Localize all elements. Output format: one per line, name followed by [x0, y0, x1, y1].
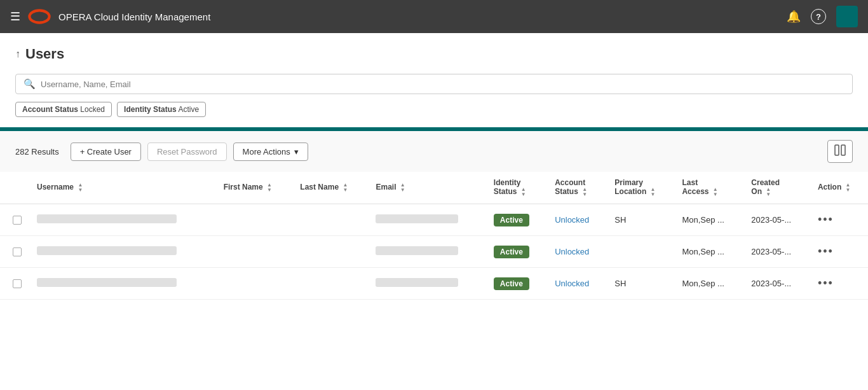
cell-first-name — [216, 204, 293, 236]
page-title: Users — [25, 46, 64, 62]
header-checkbox-cell — [0, 172, 29, 204]
cell-account-status: Unlocked — [547, 204, 607, 236]
cell-first-name — [216, 268, 293, 300]
account-status-value: Unlocked — [555, 279, 589, 288]
sort-last-access-icon: ▲▼ — [713, 187, 718, 197]
svg-rect-2 — [841, 145, 845, 155]
notification-icon[interactable]: 🔔 — [787, 10, 801, 24]
row-checkbox-cell — [0, 204, 29, 236]
identity-status-badge: Active — [494, 214, 529, 226]
more-actions-button[interactable]: More Actions ▾ — [233, 143, 308, 161]
cell-last-name — [292, 268, 368, 300]
action-menu-button[interactable]: ••• — [818, 213, 834, 226]
sort-primary-location-icon: ▲▼ — [651, 187, 656, 197]
user-avatar[interactable] — [836, 6, 858, 27]
columns-button[interactable] — [827, 140, 853, 163]
col-header-identity-status[interactable]: IdentityStatus ▲▼ — [486, 172, 547, 204]
email-placeholder — [376, 278, 458, 287]
header-icons: 🔔 ? — [787, 6, 858, 27]
cell-account-status: Unlocked — [547, 236, 607, 268]
cell-last-access: Mon,Sep ... — [674, 268, 743, 300]
search-input[interactable] — [41, 80, 844, 89]
col-header-last-name[interactable]: Last Name ▲▼ — [292, 172, 368, 204]
username-placeholder — [37, 278, 177, 287]
sort-created-on-icon: ▲▼ — [766, 187, 771, 197]
col-header-action[interactable]: Action ▲▼ — [810, 172, 868, 204]
row-checkbox[interactable] — [13, 216, 22, 225]
cell-action: ••• — [810, 268, 868, 300]
table-row: Active Unlocked SH Mon,Sep ... 2023-05-.… — [0, 204, 868, 236]
help-icon[interactable]: ? — [811, 9, 826, 24]
cell-first-name — [216, 236, 293, 268]
search-icon: 🔍 — [24, 78, 36, 90]
col-header-primary-location[interactable]: PrimaryLocation ▲▼ — [607, 172, 674, 204]
cell-email — [368, 268, 485, 300]
col-header-email[interactable]: Email ▲▼ — [368, 172, 485, 204]
cell-action: ••• — [810, 204, 868, 236]
main-content: ↑ Users 🔍 Account Status Locked Identity… — [0, 33, 868, 390]
cell-last-name — [292, 236, 368, 268]
cell-identity-status: Active — [486, 236, 547, 268]
users-table: Username ▲▼ First Name ▲▼ Last Name ▲▼ E… — [0, 172, 868, 300]
cell-primary-location: SH — [607, 204, 674, 236]
row-checkbox[interactable] — [13, 279, 22, 288]
filter-identity-status[interactable]: Identity Status Active — [117, 102, 206, 117]
search-container: 🔍 — [15, 74, 853, 94]
table-row: Active Unlocked SH Mon,Sep ... 2023-05-.… — [0, 268, 868, 300]
cell-action: ••• — [810, 236, 868, 268]
account-status-value: Unlocked — [555, 247, 589, 256]
table-row: Active Unlocked Mon,Sep ... 2023-05-... … — [0, 236, 868, 268]
sort-username-icon: ▲▼ — [78, 183, 83, 193]
cell-account-status: Unlocked — [547, 268, 607, 300]
identity-status-badge: Active — [494, 246, 529, 258]
oracle-logo — [28, 9, 51, 24]
sort-identity-status-icon: ▲▼ — [521, 187, 526, 197]
col-header-first-name[interactable]: First Name ▲▼ — [216, 172, 293, 204]
row-checkbox-cell — [0, 268, 29, 300]
sort-first-name-icon: ▲▼ — [267, 183, 272, 193]
username-placeholder — [37, 214, 177, 223]
table-toolbar: 282 Results + Create User Reset Password… — [0, 131, 868, 172]
identity-status-badge: Active — [494, 277, 529, 290]
row-checkbox[interactable] — [13, 247, 22, 256]
email-placeholder — [376, 246, 458, 255]
app-title: OPERA Cloud Identity Management — [58, 11, 787, 22]
cell-last-access: Mon,Sep ... — [674, 204, 743, 236]
more-actions-arrow-icon: ▾ — [294, 147, 299, 157]
table-wrapper: Username ▲▼ First Name ▲▼ Last Name ▲▼ E… — [0, 172, 868, 300]
col-header-username[interactable]: Username ▲▼ — [29, 172, 216, 204]
sort-account-status-icon: ▲▼ — [582, 187, 587, 197]
sort-email-icon: ▲▼ — [400, 183, 405, 193]
account-status-value: Unlocked — [555, 215, 589, 225]
more-actions-label: More Actions — [243, 147, 290, 157]
action-menu-button[interactable]: ••• — [818, 245, 834, 258]
cell-created-on: 2023-05-... — [743, 236, 810, 268]
col-header-last-access[interactable]: LastAccess ▲▼ — [674, 172, 743, 204]
email-placeholder — [376, 214, 458, 223]
cell-identity-status: Active — [486, 204, 547, 236]
cell-last-access: Mon,Sep ... — [674, 236, 743, 268]
menu-icon[interactable]: ☰ — [10, 10, 20, 24]
username-placeholder — [37, 246, 177, 255]
cell-email — [368, 204, 485, 236]
filter-identity-status-label: Identity Status Active — [124, 105, 199, 114]
filter-tags: Account Status Locked Identity Status Ac… — [15, 102, 853, 117]
svg-point-0 — [29, 10, 49, 22]
col-header-created-on[interactable]: CreatedOn ▲▼ — [743, 172, 810, 204]
header: ☰ OPERA Cloud Identity Management 🔔 ? — [0, 0, 868, 33]
action-menu-button[interactable]: ••• — [818, 277, 834, 289]
row-checkbox-cell — [0, 236, 29, 268]
create-user-button[interactable]: + Create User — [71, 143, 141, 161]
cell-username — [29, 204, 216, 236]
filter-account-status-label: Account Status Locked — [22, 105, 105, 114]
filter-account-status[interactable]: Account Status Locked — [15, 102, 112, 117]
back-arrow-icon[interactable]: ↑ — [15, 48, 20, 60]
svg-rect-1 — [835, 145, 839, 155]
cell-created-on: 2023-05-... — [743, 268, 810, 300]
cell-primary-location: SH — [607, 268, 674, 300]
reset-password-button[interactable]: Reset Password — [147, 143, 227, 161]
page-title-row: ↑ Users — [15, 46, 853, 62]
col-header-account-status[interactable]: AccountStatus ▲▼ — [547, 172, 607, 204]
cell-username — [29, 268, 216, 300]
cell-identity-status: Active — [486, 268, 547, 300]
